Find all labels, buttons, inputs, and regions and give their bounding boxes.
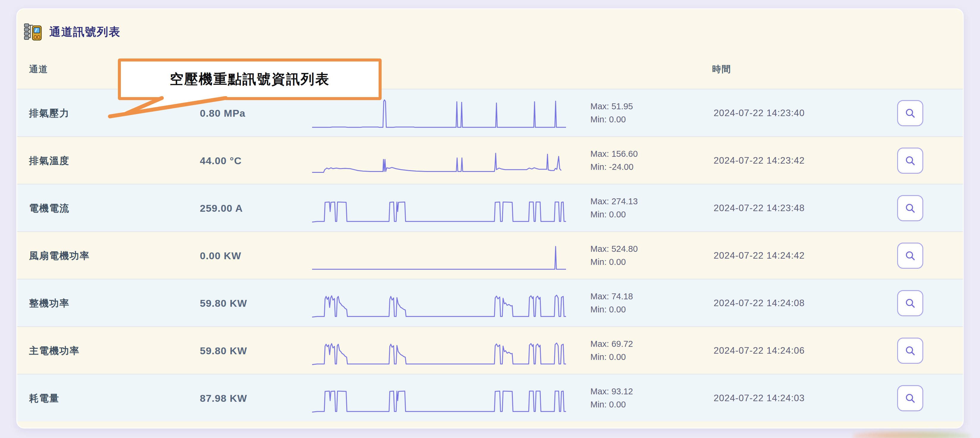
channel-name: 電機電流 bbox=[29, 185, 70, 232]
min-value: Min: 0.00 bbox=[590, 398, 633, 411]
table-row: 整機功率59.80 KWMax: 74.18Min: 0.002024-07-2… bbox=[17, 279, 963, 327]
max-value: Max: 69.72 bbox=[590, 337, 633, 350]
table-row: 排氣溫度44.00 °CMax: 156.60Min: -24.002024-0… bbox=[17, 136, 963, 184]
sparkline-chart bbox=[312, 193, 566, 224]
annotation-text: 空壓機重點訊號資訊列表 bbox=[170, 70, 330, 89]
max-min-block: Max: 93.12Min: 0.00 bbox=[590, 385, 633, 411]
channel-name: 主電機功率 bbox=[29, 327, 80, 374]
channel-value: 59.80 KW bbox=[200, 279, 247, 327]
signal-table: 排氣壓力0.80 MPaMax: 51.95Min: 0.002024-07-2… bbox=[17, 89, 963, 421]
channel-value: 0.00 KW bbox=[200, 232, 241, 279]
max-value: Max: 274.13 bbox=[590, 195, 638, 208]
sparkline-chart bbox=[312, 383, 566, 414]
page-title: 通道訊號列表 bbox=[49, 24, 121, 40]
channel-value: 259.00 A bbox=[200, 185, 243, 232]
min-value: Min: 0.00 bbox=[590, 113, 633, 126]
table-row: 電機電流259.00 AMax: 274.13Min: 0.002024-07-… bbox=[17, 184, 963, 231]
column-header-time: 時間 bbox=[712, 63, 731, 75]
channel-name: 排氣溫度 bbox=[29, 137, 70, 185]
timestamp: 2024-07-22 14:24:08 bbox=[714, 279, 805, 327]
card-header: 通道訊號列表 bbox=[23, 21, 121, 43]
timestamp: 2024-07-22 14:24:42 bbox=[714, 232, 805, 279]
sensor-device-icon bbox=[23, 22, 43, 41]
table-row: 主電機功率59.80 KWMax: 69.72Min: 0.002024-07-… bbox=[17, 327, 963, 374]
magnifier-icon bbox=[904, 297, 916, 309]
magnifier-icon bbox=[904, 392, 916, 404]
table-row: 耗電量87.98 KWMax: 93.12Min: 0.002024-07-22… bbox=[17, 374, 963, 421]
min-value: Min: 0.00 bbox=[590, 208, 638, 221]
sparkline-chart bbox=[312, 288, 566, 319]
table-row: 風扇電機功率0.00 KWMax: 524.80Min: 0.002024-07… bbox=[17, 231, 963, 279]
max-min-block: Max: 274.13Min: 0.00 bbox=[590, 195, 638, 221]
min-value: Min: 0.00 bbox=[590, 350, 633, 363]
sparkline-chart bbox=[312, 335, 566, 366]
magnifier-icon bbox=[904, 202, 916, 214]
channel-name: 整機功率 bbox=[29, 279, 70, 327]
sparkline-chart bbox=[312, 98, 566, 129]
channel-value: 59.80 KW bbox=[200, 327, 247, 374]
min-value: Min: 0.00 bbox=[590, 303, 633, 316]
column-header-channel: 通道 bbox=[29, 63, 48, 75]
inspect-button[interactable] bbox=[897, 195, 923, 221]
sparkline-chart bbox=[312, 145, 566, 176]
inspect-button[interactable] bbox=[897, 290, 923, 316]
channel-name: 耗電量 bbox=[29, 374, 59, 422]
max-min-block: Max: 74.18Min: 0.00 bbox=[590, 290, 633, 316]
max-min-block: Max: 524.80Min: 0.00 bbox=[590, 242, 638, 268]
max-min-block: Max: 156.60Min: -24.00 bbox=[590, 147, 638, 174]
inspect-button[interactable] bbox=[897, 385, 923, 411]
magnifier-icon bbox=[904, 155, 916, 167]
timestamp: 2024-07-22 14:24:06 bbox=[714, 327, 805, 374]
timestamp: 2024-07-22 14:23:48 bbox=[714, 185, 805, 232]
channel-name: 排氣壓力 bbox=[29, 89, 70, 137]
min-value: Min: -24.00 bbox=[590, 160, 638, 174]
magnifier-icon bbox=[904, 107, 916, 119]
inspect-button[interactable] bbox=[897, 148, 923, 174]
timestamp: 2024-07-22 14:23:40 bbox=[714, 89, 805, 137]
max-value: Max: 51.95 bbox=[590, 100, 633, 113]
inspect-button[interactable] bbox=[897, 338, 923, 364]
channel-value: 87.98 KW bbox=[200, 374, 247, 422]
inspect-button[interactable] bbox=[897, 243, 923, 269]
inspect-button[interactable] bbox=[897, 100, 923, 126]
magnifier-icon bbox=[904, 345, 916, 357]
max-value: Max: 524.80 bbox=[590, 242, 638, 255]
max-value: Max: 74.18 bbox=[590, 290, 633, 303]
magnifier-icon bbox=[904, 250, 916, 261]
page-background: 通道訊號列表 通道 時間 排氣壓力0.80 MPaMax: 51.95Min: … bbox=[0, 0, 980, 438]
timestamp: 2024-07-22 14:23:42 bbox=[714, 137, 805, 185]
annotation-callout: 空壓機重點訊號資訊列表 bbox=[118, 59, 382, 100]
sparkline-chart bbox=[312, 240, 566, 271]
decorative-corner-blob bbox=[852, 430, 971, 438]
max-value: Max: 156.60 bbox=[590, 147, 638, 160]
channel-value: 44.00 °C bbox=[200, 137, 242, 185]
channel-name: 風扇電機功率 bbox=[29, 232, 90, 279]
min-value: Min: 0.00 bbox=[590, 255, 638, 268]
max-min-block: Max: 69.72Min: 0.00 bbox=[590, 337, 633, 363]
max-value: Max: 93.12 bbox=[590, 385, 633, 398]
max-min-block: Max: 51.95Min: 0.00 bbox=[590, 100, 633, 126]
timestamp: 2024-07-22 14:24:03 bbox=[714, 374, 805, 422]
